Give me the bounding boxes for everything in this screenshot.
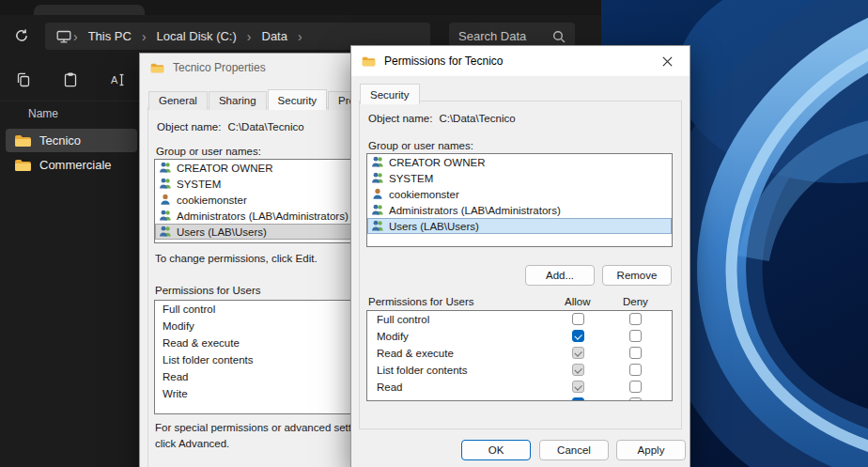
copy-icon bbox=[15, 71, 32, 88]
object-name-value: C:\Data\Tecnico bbox=[227, 121, 303, 132]
permission-name: Read bbox=[163, 371, 189, 382]
explorer-tab-strip bbox=[0, 0, 601, 15]
explorer-tab[interactable] bbox=[34, 5, 145, 15]
group-icon bbox=[159, 162, 172, 174]
this-pc-icon bbox=[56, 29, 71, 44]
folder-icon bbox=[14, 133, 32, 148]
rename-button[interactable]: A bbox=[105, 68, 130, 92]
breadcrumb-chevron[interactable]: › bbox=[296, 29, 304, 44]
group-name: SYSTEM bbox=[389, 173, 433, 184]
permission-row-full-control: Full control bbox=[367, 311, 672, 328]
folder-icon bbox=[150, 62, 164, 73]
deny-checkbox-read-execute[interactable] bbox=[629, 347, 642, 359]
group-row-creator-owner[interactable]: CREATOR OWNER bbox=[367, 154, 672, 170]
object-name-value: C:\Data\Tecnico bbox=[439, 113, 515, 124]
allow-checkbox-modify[interactable] bbox=[572, 330, 584, 342]
group-name: CREATOR OWNER bbox=[389, 157, 485, 168]
breadcrumb-chevron[interactable]: › bbox=[71, 29, 80, 44]
tab-sharing[interactable]: Sharing bbox=[209, 91, 267, 110]
refresh-icon bbox=[14, 28, 29, 43]
deny-checkbox-full-control[interactable] bbox=[629, 313, 642, 325]
apply-button[interactable]: Apply bbox=[616, 440, 686, 460]
breadcrumb-chevron[interactable]: › bbox=[140, 29, 148, 44]
column-header-name[interactable]: Name bbox=[28, 107, 58, 120]
breadcrumb-data[interactable]: Data bbox=[254, 29, 296, 43]
breadcrumb-local-disk-c[interactable]: Local Disk (C:) bbox=[148, 29, 245, 43]
refresh-button[interactable] bbox=[10, 24, 33, 47]
search-placeholder: Search Data bbox=[458, 29, 526, 43]
group-name: Administrators (LAB\Administrators) bbox=[177, 210, 349, 222]
permissions-dialog: Permissions for Tecnico Security Object … bbox=[350, 45, 690, 467]
allow-checkbox-list-folder-contents[interactable] bbox=[572, 364, 584, 376]
ok-button[interactable]: OK bbox=[461, 440, 531, 460]
tab-security[interactable]: Security bbox=[360, 84, 420, 104]
tab-general[interactable]: General bbox=[148, 91, 208, 110]
paste-button[interactable] bbox=[58, 68, 83, 92]
breadcrumb-this-pc[interactable]: This PC bbox=[80, 29, 140, 43]
group-name: CREATOR OWNER bbox=[177, 163, 272, 174]
group-icon bbox=[371, 156, 384, 168]
file-row-tecnico[interactable]: Tecnico bbox=[6, 129, 137, 152]
breadcrumb-chevron[interactable]: › bbox=[245, 29, 254, 44]
group-row-system[interactable]: SYSTEM bbox=[367, 170, 672, 186]
deny-checkbox-modify[interactable] bbox=[629, 330, 642, 342]
object-name-label: Object name: bbox=[368, 113, 432, 124]
permission-name: Full control bbox=[377, 314, 429, 325]
group-list: CREATOR OWNER SYSTEM cookiemonster Admin… bbox=[366, 153, 673, 247]
group-icon bbox=[159, 210, 172, 222]
deny-checkbox-write[interactable] bbox=[629, 397, 642, 401]
folder-icon bbox=[14, 158, 32, 172]
add-button[interactable]: Add... bbox=[525, 265, 595, 286]
remove-button[interactable]: Remove bbox=[602, 265, 672, 286]
permission-name: Write bbox=[377, 398, 402, 401]
user-icon bbox=[371, 188, 384, 200]
group-name: SYSTEM bbox=[177, 179, 221, 190]
allow-checkbox-read[interactable] bbox=[572, 381, 584, 393]
permission-row-read: Read bbox=[367, 379, 672, 396]
group-icon bbox=[159, 178, 172, 190]
allow-checkbox-write[interactable] bbox=[572, 397, 584, 401]
permissions-for-users-label: Permissions for Users bbox=[368, 296, 473, 307]
permission-name: Read bbox=[377, 381, 403, 393]
dialog-title: Tecnico Properties bbox=[173, 61, 266, 74]
permissions-dialog-titlebar[interactable]: Permissions for Tecnico bbox=[351, 46, 690, 76]
group-row-cookiemonster[interactable]: cookiemonster bbox=[367, 186, 672, 202]
permission-row-read-execute: Read & execute bbox=[367, 345, 672, 362]
file-name: Commerciale bbox=[39, 158, 112, 172]
group-names-label: Group or user names: bbox=[156, 146, 261, 157]
group-row-users[interactable]: Users (LAB\Users) bbox=[367, 218, 672, 234]
group-row-administrators[interactable]: Administrators (LAB\Administrators) bbox=[367, 202, 672, 218]
group-icon bbox=[371, 220, 384, 232]
permission-name: Modify bbox=[163, 320, 194, 332]
file-list: Tecnico Commerciale bbox=[6, 129, 137, 178]
file-row-commerciale[interactable]: Commerciale bbox=[6, 153, 137, 177]
object-name-label: Object name: bbox=[157, 121, 221, 132]
permissions-tabs: Security bbox=[360, 84, 421, 104]
group-name: Users (LAB\Users) bbox=[177, 226, 267, 238]
group-icon bbox=[159, 226, 172, 238]
permission-row-modify: Modify bbox=[367, 328, 672, 345]
user-icon bbox=[159, 194, 172, 206]
copy-button[interactable] bbox=[11, 68, 36, 92]
close-icon bbox=[662, 56, 673, 67]
advanced-hint-text: For special permissions or advanced sett… bbox=[155, 420, 379, 451]
paste-icon bbox=[62, 71, 79, 88]
permission-row-write: Write bbox=[367, 396, 672, 401]
folder-icon bbox=[362, 55, 376, 67]
close-button[interactable] bbox=[646, 47, 689, 75]
permission-name: Read & execute bbox=[163, 337, 240, 349]
group-name: Administrators (LAB\Administrators) bbox=[389, 205, 561, 216]
group-icon bbox=[371, 204, 384, 216]
allow-checkbox-full-control[interactable] bbox=[572, 313, 584, 325]
cancel-button[interactable]: Cancel bbox=[539, 440, 609, 460]
permission-name: Write bbox=[163, 388, 188, 399]
deny-checkbox-read[interactable] bbox=[629, 381, 642, 393]
search-icon bbox=[552, 30, 566, 43]
tab-security[interactable]: Security bbox=[268, 89, 328, 110]
group-names-label: Group or user names: bbox=[368, 140, 473, 151]
group-name: cookiemonster bbox=[389, 189, 459, 200]
deny-checkbox-list-folder-contents[interactable] bbox=[629, 364, 642, 376]
allow-checkbox-read-execute[interactable] bbox=[572, 347, 584, 359]
permissions-list: Full control Modify Read & execute List … bbox=[366, 310, 673, 401]
group-icon bbox=[371, 172, 384, 184]
